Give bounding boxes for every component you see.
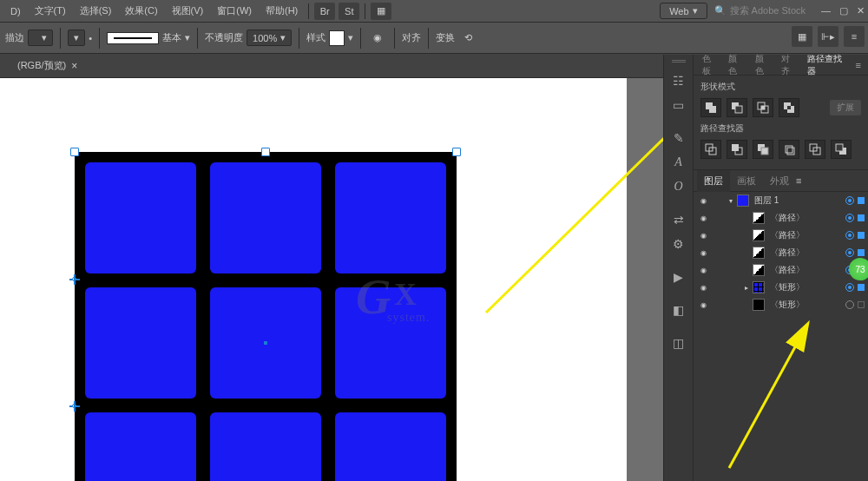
artboards-tab[interactable]: 画板 (730, 175, 763, 188)
layers-tab[interactable]: 图层 (697, 170, 730, 192)
selection-handle[interactable] (452, 148, 461, 156)
layer-row[interactable]: ◉〈路径〉 (694, 261, 868, 279)
arrange-docs-icon[interactable]: ▦ (371, 3, 391, 20)
recolor-icon[interactable]: ◉ (368, 29, 387, 48)
anchor-point[interactable] (69, 274, 80, 285)
layer-row[interactable]: ◉▸〈矩形〉 (694, 279, 868, 296)
chevron-down-icon[interactable]: ▾ (185, 32, 190, 43)
graphic-style-swatch[interactable] (329, 30, 345, 46)
stroke-style-preview[interactable] (107, 32, 159, 44)
expand-button[interactable]: 扩展 (830, 100, 861, 115)
layer-name[interactable]: 〈路径〉 (766, 247, 842, 259)
symbols-panel-icon[interactable]: ⇄ (667, 208, 690, 231)
swatches-tab[interactable]: 色板 (697, 53, 723, 77)
close-icon[interactable]: ✕ (857, 5, 865, 16)
snap-icon[interactable]: ⊩▸ (818, 26, 838, 47)
transform-label[interactable]: 变换 (436, 31, 455, 44)
align-panel-icon[interactable]: ◫ (667, 332, 690, 354)
menu-view[interactable]: 视图(V) (165, 4, 211, 17)
target-icon[interactable] (845, 231, 854, 240)
outline-button[interactable] (805, 140, 825, 159)
chevron-down-icon[interactable]: ▾ (348, 32, 353, 43)
visibility-icon[interactable]: ◉ (697, 267, 709, 274)
selection-indicator[interactable] (858, 214, 865, 221)
layer-name[interactable]: 〈路径〉 (766, 264, 842, 276)
exclude-button[interactable] (779, 98, 799, 117)
layer-row[interactable]: ◉〈矩形〉 (694, 296, 868, 313)
layer-name[interactable]: 〈路径〉 (766, 212, 842, 224)
visibility-icon[interactable]: ◉ (697, 214, 709, 222)
target-icon[interactable] (845, 248, 854, 257)
selected-grid-object[interactable] (75, 152, 457, 481)
disclosure-icon[interactable]: ▾ (727, 197, 735, 205)
character-panel-icon[interactable]: A (667, 151, 690, 174)
merge-button[interactable] (753, 140, 773, 159)
layer-row[interactable]: ◉〈路径〉 (694, 209, 868, 227)
layer-name[interactable]: 〈矩形〉 (766, 281, 842, 293)
maximize-icon[interactable]: ▢ (839, 5, 848, 16)
selection-indicator[interactable] (858, 197, 865, 204)
notification-badge[interactable]: 73 (849, 258, 868, 280)
stock-search[interactable]: 🔍 搜索 Adobe Stock (707, 3, 812, 19)
libraries-panel-icon[interactable]: ▭ (667, 94, 690, 116)
target-icon[interactable] (845, 283, 854, 292)
layer-row[interactable]: ◉〈路径〉 (694, 244, 868, 261)
artboard[interactable]: G X system. (0, 78, 627, 481)
opacity-field[interactable]: 100% ▾ (247, 30, 292, 46)
grid-icon[interactable]: ▦ (792, 26, 812, 47)
selection-indicator[interactable] (858, 232, 865, 239)
layer-name[interactable]: 〈矩形〉 (766, 299, 842, 311)
layer-name[interactable]: 图层 1 (751, 194, 842, 207)
panel-menu-icon[interactable]: ≡ (796, 175, 801, 186)
align-tab[interactable]: 对齐 (776, 53, 802, 77)
brushes-panel-icon[interactable]: ✎ (667, 127, 690, 149)
selection-indicator[interactable] (858, 284, 865, 291)
visibility-icon[interactable]: ◉ (697, 197, 709, 205)
panel-menu-icon[interactable]: ≡ (852, 60, 865, 70)
menu-type[interactable]: 文字(T) (28, 4, 73, 17)
color-tab[interactable]: 颜色 (723, 53, 749, 77)
selection-handle[interactable] (261, 148, 270, 156)
visibility-icon[interactable]: ◉ (697, 249, 709, 257)
trim-button[interactable] (727, 140, 747, 159)
properties-panel-icon[interactable]: ☷ (667, 69, 690, 92)
workspace-switcher[interactable]: Web ▾ (660, 3, 707, 19)
selection-indicator[interactable] (858, 301, 865, 308)
menu-object[interactable]: D) (3, 6, 28, 16)
align-label[interactable]: 对齐 (402, 31, 421, 44)
appearance-tab[interactable]: 外观 (763, 175, 796, 188)
layer-row[interactable]: ◉▾图层 1 (694, 192, 868, 209)
minus-back-button[interactable] (831, 140, 852, 159)
divide-button[interactable] (700, 140, 721, 159)
stroke-weight-dropdown[interactable]: ▾ (28, 30, 53, 46)
menu-effect[interactable]: 效果(C) (118, 4, 164, 17)
target-icon[interactable] (845, 196, 854, 205)
settings-panel-icon[interactable]: ⚙ (667, 233, 690, 255)
target-icon[interactable] (845, 300, 854, 309)
visibility-icon[interactable]: ◉ (697, 301, 709, 309)
paragraph-panel-icon[interactable]: O (667, 175, 690, 198)
layer-row[interactable]: ◉〈路径〉 (694, 227, 868, 244)
minus-front-button[interactable] (727, 98, 747, 117)
canvas-area[interactable]: G X system. (0, 78, 663, 481)
menu-select[interactable]: 选择(S) (73, 4, 119, 17)
close-tab-icon[interactable]: × (71, 60, 77, 72)
transform-icon[interactable]: ⟲ (458, 29, 477, 48)
drag-handle-icon[interactable] (672, 60, 686, 63)
unite-button[interactable] (700, 98, 721, 117)
selection-handle[interactable] (70, 148, 79, 156)
vsp-dropdown[interactable]: ▾ (68, 30, 85, 46)
visibility-icon[interactable]: ◉ (697, 232, 709, 240)
selection-indicator[interactable] (858, 249, 865, 256)
document-tab[interactable]: (RGB/预览) × (9, 56, 86, 76)
bridge-icon[interactable]: Br (314, 3, 335, 20)
minimize-icon[interactable]: — (821, 5, 831, 16)
layer-name[interactable]: 〈路径〉 (766, 229, 842, 241)
visibility-icon[interactable]: ◉ (697, 284, 709, 292)
artboards-panel-icon[interactable]: ◧ (667, 299, 690, 321)
intersect-button[interactable] (753, 98, 773, 117)
stock-icon[interactable]: St (339, 3, 359, 20)
anchor-point[interactable] (69, 401, 80, 412)
menu-help[interactable]: 帮助(H) (259, 4, 305, 17)
crop-button[interactable] (779, 140, 799, 159)
